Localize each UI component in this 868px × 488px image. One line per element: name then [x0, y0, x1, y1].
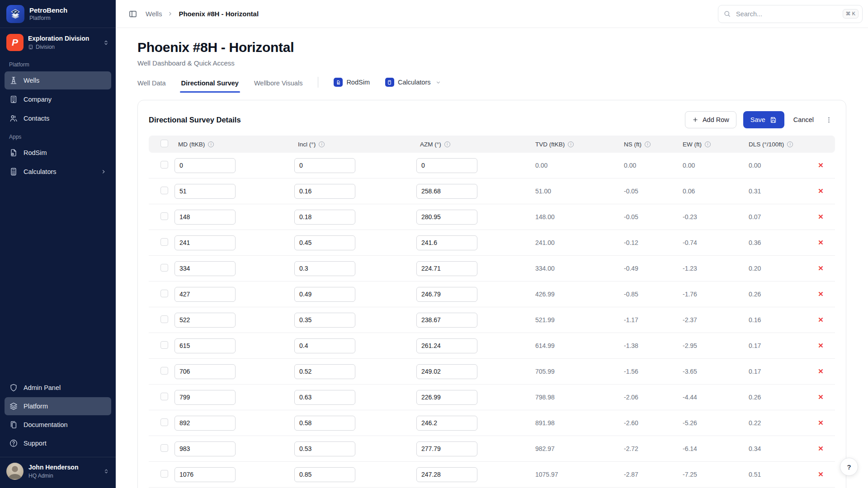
incl-input[interactable]	[294, 390, 355, 405]
md-input[interactable]	[175, 210, 236, 225]
row-checkbox[interactable]	[160, 212, 168, 220]
azm-input[interactable]	[416, 261, 477, 276]
tab-well-data[interactable]: Well Data	[137, 80, 166, 93]
delete-row-icon[interactable]: ✕	[815, 315, 826, 325]
md-input[interactable]	[175, 287, 236, 302]
azm-input[interactable]	[416, 390, 477, 405]
sidebar-toggle-icon[interactable]	[127, 8, 139, 20]
azm-input[interactable]	[416, 287, 477, 302]
sidebar-item-admin-panel[interactable]: Admin Panel	[5, 379, 111, 397]
azm-input[interactable]	[416, 338, 477, 353]
md-input[interactable]	[175, 441, 236, 456]
incl-input[interactable]	[294, 158, 355, 173]
row-checkbox[interactable]	[160, 290, 168, 297]
md-input[interactable]	[175, 313, 236, 328]
division-switcher[interactable]: P Exploration Division Division	[0, 28, 116, 56]
tab-calculators[interactable]: Calculators	[385, 78, 441, 93]
help-button[interactable]: ?	[840, 458, 858, 476]
row-checkbox[interactable]	[160, 393, 168, 400]
row-checkbox[interactable]	[160, 418, 168, 426]
row-checkbox[interactable]	[160, 341, 168, 349]
incl-input[interactable]	[294, 313, 355, 328]
incl-input[interactable]	[294, 235, 355, 250]
row-checkbox[interactable]	[160, 161, 168, 169]
row-checkbox[interactable]	[160, 264, 168, 272]
row-checkbox[interactable]	[160, 470, 168, 478]
incl-input[interactable]	[294, 287, 355, 302]
incl-input[interactable]	[294, 416, 355, 431]
md-input[interactable]	[175, 184, 236, 199]
delete-row-icon[interactable]: ✕	[815, 444, 826, 454]
add-row-button[interactable]: Add Row	[685, 111, 736, 128]
row-checkbox[interactable]	[160, 315, 168, 323]
row-checkbox[interactable]	[160, 187, 168, 194]
row-checkbox[interactable]	[160, 444, 168, 452]
search-box[interactable]: ⌘ K	[718, 5, 863, 23]
azm-input[interactable]	[416, 313, 477, 328]
md-input[interactable]	[175, 467, 236, 482]
sidebar-item-company[interactable]: Company	[5, 90, 111, 108]
md-input[interactable]	[175, 261, 236, 276]
more-options-icon[interactable]	[823, 115, 835, 125]
azm-input[interactable]	[416, 441, 477, 456]
azm-input[interactable]	[416, 364, 477, 379]
md-input[interactable]	[175, 235, 236, 250]
delete-row-icon[interactable]: ✕	[815, 469, 826, 479]
user-menu[interactable]: John Henderson HQ Admin	[0, 457, 116, 486]
md-input[interactable]	[175, 158, 236, 173]
breadcrumb-wells[interactable]: Wells	[146, 10, 162, 18]
incl-input[interactable]	[294, 261, 355, 276]
azm-input[interactable]	[416, 416, 477, 431]
select-all-checkbox[interactable]	[160, 140, 168, 147]
tab-wellbore-visuals[interactable]: Wellbore Visuals	[254, 80, 302, 93]
sidebar-item-platform[interactable]: Platform	[5, 397, 111, 415]
delete-row-icon[interactable]: ✕	[815, 392, 826, 402]
azm-input[interactable]	[416, 210, 477, 225]
md-input[interactable]	[175, 390, 236, 405]
azm-input[interactable]	[416, 184, 477, 199]
delete-row-icon[interactable]: ✕	[815, 366, 826, 376]
info-icon[interactable]	[568, 141, 574, 147]
ns-value: -0.05	[610, 188, 669, 195]
delete-row-icon[interactable]: ✕	[815, 263, 826, 273]
md-input[interactable]	[175, 364, 236, 379]
info-icon[interactable]	[705, 141, 711, 147]
azm-input[interactable]	[416, 467, 477, 482]
info-icon[interactable]	[444, 141, 450, 147]
info-icon[interactable]	[319, 141, 325, 147]
incl-input[interactable]	[294, 338, 355, 353]
delete-row-icon[interactable]: ✕	[815, 238, 826, 248]
cancel-button[interactable]: Cancel	[791, 116, 816, 123]
incl-input[interactable]	[294, 210, 355, 225]
delete-row-icon[interactable]: ✕	[815, 212, 826, 222]
azm-input[interactable]	[416, 235, 477, 250]
tab-rodsim[interactable]: RodSim	[334, 78, 370, 93]
sidebar-item-rodsim[interactable]: RodSim	[5, 144, 111, 162]
sidebar-item-support[interactable]: Support	[5, 434, 111, 452]
incl-input[interactable]	[294, 467, 355, 482]
row-checkbox[interactable]	[160, 238, 168, 246]
search-input[interactable]	[735, 10, 839, 18]
tab-directional-survey[interactable]: Directional Survey	[181, 80, 239, 93]
delete-row-icon[interactable]: ✕	[815, 418, 826, 428]
info-icon[interactable]	[787, 141, 793, 147]
info-icon[interactable]	[645, 141, 651, 147]
sidebar-item-documentation[interactable]: Documentation	[5, 416, 111, 434]
info-icon[interactable]	[208, 141, 214, 147]
save-button[interactable]: Save	[743, 111, 784, 128]
sidebar-item-calculators[interactable]: Calculators	[5, 163, 111, 181]
app-header[interactable]: P PetroBench Platform	[0, 0, 116, 28]
incl-input[interactable]	[294, 441, 355, 456]
sidebar-item-wells[interactable]: Wells	[5, 71, 111, 89]
azm-input[interactable]	[416, 158, 477, 173]
sidebar-item-contacts[interactable]: Contacts	[5, 109, 111, 127]
incl-input[interactable]	[294, 184, 355, 199]
md-input[interactable]	[175, 416, 236, 431]
md-input[interactable]	[175, 338, 236, 353]
row-checkbox[interactable]	[160, 367, 168, 375]
delete-row-icon[interactable]: ✕	[815, 341, 826, 351]
delete-row-icon[interactable]: ✕	[815, 160, 826, 170]
delete-row-icon[interactable]: ✕	[815, 186, 826, 196]
incl-input[interactable]	[294, 364, 355, 379]
delete-row-icon[interactable]: ✕	[815, 289, 826, 299]
